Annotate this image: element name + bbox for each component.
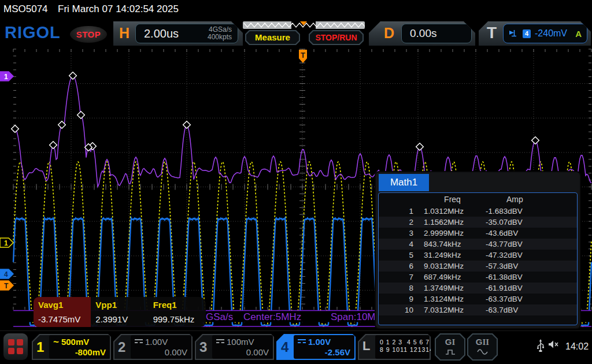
trigger-box[interactable]: 4 -240mV A	[503, 24, 587, 43]
model-name: MSO5074	[3, 3, 48, 15]
channel-3-box[interactable]: 3 100mV 0.00V	[195, 334, 274, 360]
math1-tab[interactable]: Math1	[379, 174, 429, 191]
menu-button[interactable]	[3, 333, 28, 360]
dc-coupling-icon	[135, 339, 143, 344]
math-table-row: 32.9999MHz-43.6dBV	[379, 228, 577, 239]
menu-grid-icon	[17, 348, 23, 354]
channel-4-box-selected[interactable]: 4 1.00V -2.56V	[276, 334, 356, 360]
trace-math1-fft	[13, 76, 591, 187]
math-table-row: 81.3749MHz-61.91dBV	[379, 283, 577, 294]
dc-coupling-icon	[298, 339, 306, 344]
gen2-button[interactable]: GII	[467, 333, 498, 361]
trigger-label: T	[487, 24, 497, 42]
fft-peak-diamond-marker	[416, 143, 424, 151]
measurement-item[interactable]: Vpp1 2.3991V	[91, 297, 148, 327]
trigger-slope-icon	[509, 30, 517, 37]
acquisition-info: 4GSa/s 400kpts	[208, 26, 232, 41]
ac-coupling-icon: ~	[53, 339, 59, 345]
math-table-row: 531.249kHz-47.32dBV	[379, 250, 577, 261]
horizontal-label: H	[119, 25, 130, 42]
math1-peak-table-panel[interactable]: Math1 Freq Amp 11.0312MHz-1.683dBV21.156…	[376, 172, 580, 328]
math-table-row: 4843.74kHz-43.77dBV	[379, 239, 577, 250]
math-table-row: 21.1562MHz-35.07dBV	[379, 217, 577, 228]
measure-button-label: Measure	[246, 31, 299, 44]
measurement-value: -3.7475mV	[38, 314, 80, 324]
math-table-header: Freq Amp	[379, 193, 577, 206]
logic-channel-numbers: 0 1 2 3 4 5 6 78 9 1011 12131415	[375, 335, 430, 359]
logic-label: L	[362, 339, 370, 354]
measurement-panel[interactable]: Vavg1 -3.7475mV Vpp1 2.3991V Freq1 999.7…	[34, 297, 206, 327]
measurement-label: Freq1	[153, 300, 177, 310]
delay-panel[interactable]: D 0.00s	[369, 21, 475, 46]
trigger-position-label: T	[301, 51, 305, 60]
freq-column-header: Freq	[419, 193, 486, 206]
fft-peak-diamond-marker	[12, 125, 19, 133]
fft-peak-diamond-marker	[77, 112, 85, 119]
math-table-row: 91.3124MHz-63.37dBV	[379, 294, 577, 304]
bottom-bar: 1 ~500mV -800mV 2 1.00V 0.00V 3 100mV 0.…	[0, 330, 592, 364]
fft-peak-diamond-marker	[50, 142, 57, 149]
measurement-label: Vavg1	[38, 300, 63, 310]
math-table-row: 11.0312MHz-1.683dBV	[379, 206, 577, 217]
timebase-box[interactable]: 2.00us 4GSa/s 400kpts	[135, 24, 238, 43]
gen1-button[interactable]: GI	[435, 333, 465, 361]
channel-2-number: 2	[118, 339, 125, 355]
rigol-logo: RIGOL	[5, 23, 61, 42]
menu-grid-icon	[17, 339, 23, 346]
channel-1-box[interactable]: 1 ~500mV -800mV	[32, 334, 111, 360]
math1-position-marker-label: 1	[4, 73, 8, 81]
fft-sample-rate-text: GSa/s	[206, 311, 233, 323]
run-state-indicator[interactable]: STOP	[70, 26, 107, 43]
channel-1-number: 1	[36, 339, 44, 355]
delay-label: D	[384, 25, 394, 42]
delay-box[interactable]: 0.00s	[401, 24, 472, 43]
channel-1-scale: 500mV	[61, 337, 89, 347]
sample-rate: 4GSa/s	[209, 25, 232, 34]
horizontal-panel[interactable]: H 2.00us 4GSa/s 400kpts	[113, 21, 243, 46]
measurement-label: Vpp1	[95, 300, 117, 310]
measure-button[interactable]: Measure	[245, 30, 300, 45]
fft-center-text: Center:5MHz	[243, 311, 301, 323]
channel-1-offset: -800mV	[75, 347, 106, 357]
trigger-level-value: -240mV	[535, 28, 567, 39]
math-table-row: 7687.49kHz-61.38dBV	[379, 272, 577, 283]
top-status-bar: MSO5074 Fri March 07 14:02:54 2025	[0, 0, 592, 17]
channel-2-scale: 1.00V	[145, 337, 168, 347]
horizontal-position-bar[interactable]	[243, 21, 365, 28]
channel-3-offset: 0.00V	[246, 347, 269, 357]
math-table-row: 69.0312MHz-57.3dBV	[379, 261, 577, 272]
usb-icon	[536, 339, 545, 353]
trigger-panel[interactable]: T 4 -240mV A	[479, 21, 591, 46]
oscilloscope-screen: MSO5074 Fri March 07 14:02:54 2025 RIGOL…	[0, 0, 592, 364]
stop-run-button[interactable]: STOP/RUN	[309, 30, 364, 45]
measurement-item[interactable]: Freq1 999.75kHz	[149, 297, 206, 327]
trigger-source-badge: 4	[523, 29, 531, 38]
logic-channels-box[interactable]: L 0 1 2 3 4 5 6 78 9 1011 12131415	[358, 334, 431, 360]
channel-2-box[interactable]: 2 1.00V 0.00V	[113, 334, 193, 360]
fft-peak-diamond-marker	[69, 72, 77, 80]
sine-wave-icon	[476, 348, 489, 355]
trigger-level-marker-label: T	[4, 282, 9, 290]
clock: 14:02	[565, 341, 589, 352]
ch4-ground-marker-label: 4	[4, 270, 8, 278]
waveform-display[interactable]: 114TT GSa/s Center:5MHz Span:10M Vavg1 -…	[0, 49, 592, 330]
ch1-ground-marker-label: 1	[4, 239, 8, 247]
dc-coupling-icon	[216, 339, 224, 344]
fft-peak-diamond-marker	[183, 121, 191, 129]
square-wave-icon	[445, 348, 456, 355]
menu-grid-icon	[8, 348, 14, 354]
math1-peak-table: Freq Amp 11.0312MHz-1.683dBV21.1562MHz-3…	[378, 192, 578, 325]
timebase-value: 2.00us	[144, 27, 179, 40]
measurement-item[interactable]: Vavg1 -3.7475mV	[34, 297, 91, 327]
speaker-muted-icon	[548, 340, 560, 350]
channel-2-offset: 0.00V	[165, 347, 187, 357]
measurement-value: 999.75kHz	[153, 314, 195, 324]
stop-run-button-label: STOP/RUN	[310, 31, 362, 44]
channel-3-number: 3	[199, 339, 207, 355]
menu-grid-icon	[8, 339, 14, 346]
fft-span-text: Span:10M	[331, 311, 376, 323]
channel-3-scale: 100mV	[227, 337, 254, 347]
channel-4-number: 4	[281, 339, 288, 355]
measurement-value: 2.3991V	[95, 314, 128, 324]
datetime: Fri March 07 14:02:54 2025	[58, 3, 179, 15]
